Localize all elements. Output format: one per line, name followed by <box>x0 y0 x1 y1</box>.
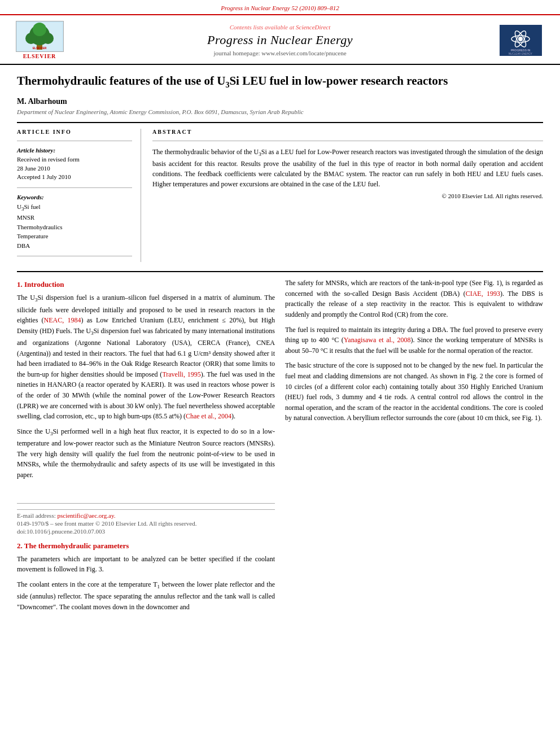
ref-neac[interactable]: NEAC, 1984 <box>44 316 81 324</box>
pine-logo: PROGRESS IN NUCLEAR ENERGY <box>492 25 549 56</box>
body-top-divider <box>17 271 543 272</box>
journal-main-title: Progress in Nuclear Energy <box>68 33 492 47</box>
right-para3: The basic structure of the core is suppo… <box>285 360 543 423</box>
title-divider <box>17 122 543 123</box>
section2-para1: The parameters which are important to be… <box>17 554 275 575</box>
ref-chae[interactable]: Chae et al., 2004 <box>186 412 231 420</box>
main-content: Thermohydraulic features of the use of U… <box>0 65 560 628</box>
svg-text:NUCLEAR ENERGY: NUCLEAR ENERGY <box>509 53 532 55</box>
ref-yanagisawa[interactable]: Yanagisawa et al., 2008 <box>344 336 411 344</box>
keywords-divider <box>17 187 132 188</box>
keyword-mnsr: MNSR <box>17 213 132 222</box>
received-text: Received in revised form 28 June 2010 Ac… <box>17 155 132 181</box>
svg-point-5 <box>33 23 46 36</box>
keywords-label: Keywords: <box>17 194 132 200</box>
journal-homepage: journal homepage: www.elsevier.com/locat… <box>68 50 492 56</box>
info-divider <box>17 141 132 141</box>
history-label: Article history: <box>17 147 132 154</box>
affiliation: Department of Nuclear Engineering, Atomi… <box>17 108 543 115</box>
contents-text: Contents lists available at <box>230 24 296 30</box>
journal-header: ELSEVIER ELSEVIER Contents lists availab… <box>0 15 560 65</box>
keyword-temperature: Temperature <box>17 231 132 241</box>
article-columns: ARTICLE INFO Article history: Received i… <box>17 129 543 262</box>
keyword-dba: DBA <box>17 241 132 251</box>
section2-para2: The coolant enters in the core at the te… <box>17 579 275 613</box>
pine-logo-box: PROGRESS IN NUCLEAR ENERGY <box>500 25 542 56</box>
sciencedirect-link: Contents lists available at ScienceDirec… <box>68 24 492 30</box>
elsevier-label: ELSEVIER <box>23 53 56 59</box>
accepted-text: Accepted 1 July 2010 <box>17 173 71 180</box>
ref-travelli[interactable]: Travelli, 1995 <box>162 370 200 378</box>
article-title: Thermohydraulic features of the use of U… <box>17 73 543 90</box>
article-info-label: ARTICLE INFO <box>17 129 132 135</box>
keyword-thermohydraulics: Thermohydraulics <box>17 222 132 232</box>
section1-heading: 1. Introduction <box>17 280 275 289</box>
copyright-text: © 2010 Elsevier Ltd. All rights reserved… <box>152 193 543 199</box>
ref-ciae[interactable]: CIAE, 1993 <box>466 290 500 298</box>
elsevier-image: ELSEVIER <box>16 21 64 52</box>
keywords-bottom-divider <box>17 256 132 256</box>
footnote-divider <box>17 503 275 504</box>
footnote-email: E-mail address: pscientific@aec.org.ay. <box>17 509 275 519</box>
svg-point-3 <box>25 33 37 44</box>
svg-text:PROGRESS IN: PROGRESS IN <box>511 49 531 52</box>
elsevier-logo: ELSEVIER ELSEVIER <box>11 21 68 59</box>
abstract-divider <box>152 141 543 141</box>
body-right-column: The safety for MNSRs, which are reactors… <box>285 278 543 617</box>
svg-point-8 <box>518 37 523 41</box>
top-banner: Progress in Nuclear Energy 52 (2010) 809… <box>0 0 560 15</box>
author-name: M. Albarhoum <box>17 97 543 106</box>
sciencedirect-name[interactable]: ScienceDirect <box>296 24 330 30</box>
journal-title-center: Contents lists available at ScienceDirec… <box>68 24 492 56</box>
issn-line: 0149-1970/$ – see front matter © 2010 El… <box>17 520 275 527</box>
right-para2: The fuel is required to maintain its int… <box>285 325 543 356</box>
received-date: 28 June 2010 <box>17 165 50 172</box>
received-label: Received in revised form <box>17 156 80 163</box>
body-columns: 1. Introduction The U3Si dispersion fuel… <box>17 278 543 617</box>
body-left-column: 1. Introduction The U3Si dispersion fuel… <box>17 278 275 617</box>
abstract-label: ABSTRACT <box>152 129 543 135</box>
right-para1: The safety for MNSRs, which are reactors… <box>285 278 543 320</box>
section1-para2: Since the U3Si performed well in a high … <box>17 426 275 480</box>
journal-reference: Progress in Nuclear Energy 52 (2010) 809… <box>221 5 339 11</box>
section2-heading: 2. The thermohydraulic parameters <box>17 541 275 551</box>
abstract-text: The thermohydraulic behavior of the U3Si… <box>152 147 543 189</box>
article-info: ARTICLE INFO Article history: Received i… <box>17 129 141 262</box>
svg-point-4 <box>42 33 54 44</box>
keyword-u3si: U3Si fuel <box>17 202 132 213</box>
email-label: E-mail address: <box>17 512 56 519</box>
svg-text:ELSEVIER: ELSEVIER <box>33 46 47 50</box>
doi-line: doi:10.1016/j.pnucene.2010.07.003 <box>17 528 275 535</box>
section1-para1: The U3Si dispersion fuel is a uranium–si… <box>17 292 275 422</box>
email-address[interactable]: pscientific@aec.org.ay. <box>57 512 115 519</box>
footnote-area: E-mail address: pscientific@aec.org.ay. … <box>17 503 275 535</box>
abstract-section: ABSTRACT The thermohydraulic behavior of… <box>152 129 543 262</box>
